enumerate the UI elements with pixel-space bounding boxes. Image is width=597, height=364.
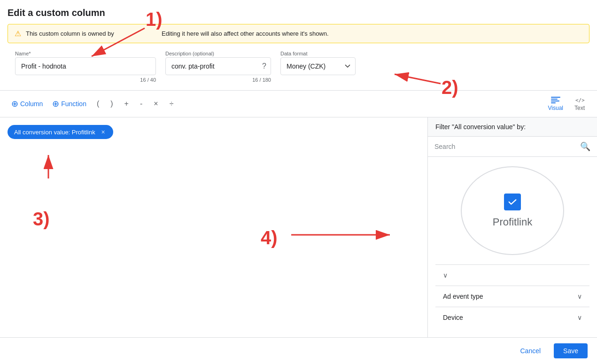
footer: Cancel Save [0,337,597,364]
accordion-device-label: Device [443,314,463,321]
divide-operator[interactable]: ÷ [165,98,178,110]
accordion-list: ∨ Ad event type ∨ Device ∨ [435,264,589,328]
data-format-select[interactable]: Money (CZK) Number Percent Time [280,57,356,75]
page-title: Edit a custom column [8,8,589,18]
text-icon: </> [575,96,584,104]
svg-rect-1 [551,99,558,100]
accordion-collapse-chevron: ∨ [443,271,448,279]
accordion-item-device: Device ∨ [435,307,589,328]
close-paren-operator[interactable]: ) [106,98,117,110]
accordion-collapse-top[interactable]: ∨ [435,265,589,286]
svg-rect-0 [551,97,560,98]
profitlink-circle: Profitlink [461,166,564,255]
accordion-item-ad-event: Ad event type ∨ [435,286,589,307]
desc-input[interactable] [165,57,271,75]
save-button[interactable]: Save [554,343,588,358]
desc-input-wrapper: ? [165,57,271,75]
svg-rect-3 [551,102,556,103]
warning-banner: ⚠ This custom column is owned by Editing… [8,24,589,43]
main-content: All conversion value: Profitlink × Filte… [0,117,597,337]
help-icon[interactable]: ? [262,62,266,70]
view-toggle: Visual </> Text [543,94,589,113]
cancel-button[interactable]: Cancel [512,343,548,358]
column-button[interactable]: ⊕ Column [8,97,47,111]
visual-view-button[interactable]: Visual [543,94,568,113]
name-label: Name* [15,51,156,56]
formula-tag-label: All conversion value: Profitlink [14,129,95,136]
formula-tag: All conversion value: Profitlink × [8,125,113,139]
form-row: Name* 16 / 40 Description (optional) ? 1… [8,51,589,86]
text-label: Text [574,105,585,111]
name-input[interactable] [15,57,156,75]
name-field-group: Name* 16 / 40 [15,51,156,83]
open-paren-operator[interactable]: ( [92,98,104,110]
data-format-group: Data format Money (CZK) Number Percent T… [280,51,356,75]
header: Edit a custom column ⚠ This custom colum… [0,0,597,90]
search-icon: 🔍 [580,141,590,152]
plus-circle-icon-2: ⊕ [52,99,59,109]
filter-search: 🔍 [428,137,597,157]
accordion-item-chevron: ∨ [435,264,589,286]
warning-icon: ⚠ [15,29,21,38]
column-label: Column [20,100,43,108]
function-label: Function [61,100,86,108]
profitlink-checkbox[interactable] [504,194,521,210]
filter-panel: Filter "All conversion value" by: 🔍 Prof… [428,117,597,337]
accordion-ad-event-header[interactable]: Ad event type ∨ [435,286,589,307]
data-format-label: Data format [280,51,356,56]
page: Edit a custom column ⚠ This custom colum… [0,0,597,364]
profitlink-label: Profitlink [493,216,532,228]
accordion-device-chevron: ∨ [577,314,582,321]
svg-text:</>: </> [575,97,584,103]
plus-circle-icon: ⊕ [11,99,18,109]
multiply-operator[interactable]: × [149,98,163,110]
search-input[interactable] [434,143,580,150]
function-button[interactable]: ⊕ Function [48,97,90,111]
visual-label: Visual [548,105,563,111]
accordion-ad-event-label: Ad event type [443,293,483,300]
desc-label: Description (optional) [165,51,271,56]
text-view-button[interactable]: </> Text [570,94,589,113]
accordion-device-header[interactable]: Device ∨ [435,307,589,328]
desc-char-count: 16 / 180 [165,77,271,83]
filter-header: Filter "All conversion value" by: [428,117,597,137]
desc-field-group: Description (optional) ? 16 / 180 [165,51,271,83]
svg-rect-2 [551,101,559,101]
name-char-count: 16 / 40 [15,77,156,83]
formula-area[interactable]: All conversion value: Profitlink × [0,117,428,337]
toolbar: ⊕ Column ⊕ Function ( ) + - × ÷ [0,91,597,117]
accordion-ad-event-chevron: ∨ [577,293,582,300]
formula-tag-close[interactable]: × [99,128,108,136]
plus-operator[interactable]: + [120,98,133,110]
minus-operator[interactable]: - [135,98,147,110]
warning-text: This custom column is owned by Editing i… [26,30,329,37]
visual-icon [551,96,560,104]
filter-content: Profitlink ∨ Ad event type ∨ [428,157,597,337]
